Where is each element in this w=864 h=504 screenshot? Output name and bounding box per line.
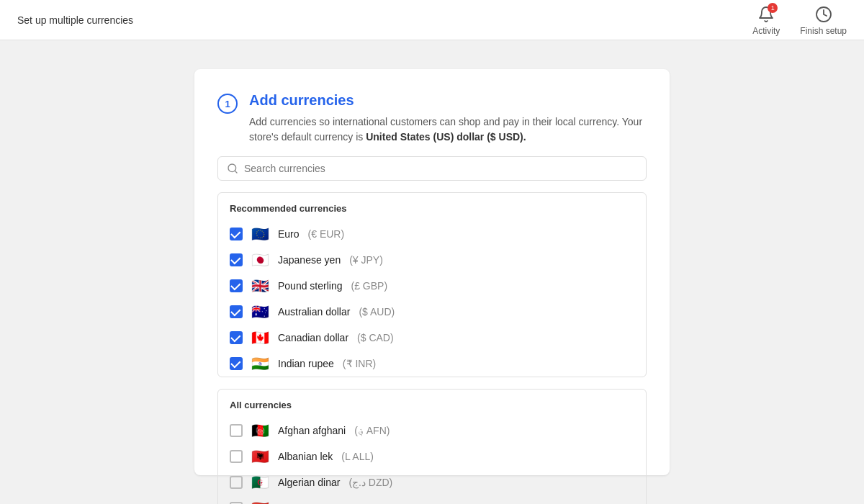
all-currency-item[interactable]: 🇩🇿 Algerian dinar (د.ج DZD) <box>218 469 646 495</box>
activity-icon: 1 <box>756 4 776 24</box>
activity-badge: 1 <box>768 3 778 13</box>
currency-code: (£ GBP) <box>351 280 388 292</box>
currency-name: Afghan afghani <box>278 425 346 436</box>
card-title: Add currencies <box>249 92 647 109</box>
page-title: Set up multiple currencies <box>17 14 133 26</box>
currency-checkbox[interactable] <box>230 331 243 344</box>
recommended-currency-item[interactable]: 🇪🇺 Euro (€ EUR) <box>218 221 646 247</box>
search-container[interactable] <box>217 156 647 181</box>
header-actions: 1 Activity Finish setup <box>752 4 847 36</box>
currency-checkbox[interactable] <box>230 305 243 318</box>
card-description: Add currencies so international customer… <box>249 114 647 145</box>
currency-checkbox[interactable] <box>230 279 243 292</box>
currency-code: ($ AUD) <box>359 306 395 318</box>
finish-setup-label: Finish setup <box>800 26 847 36</box>
currency-checkbox[interactable] <box>230 228 243 240</box>
currency-flag: 🇦🇴 <box>251 501 269 504</box>
recommended-currencies-list: 🇪🇺 Euro (€ EUR) 🇯🇵 Japanese yen (¥ JPY) … <box>218 221 646 377</box>
clock-icon <box>814 4 834 24</box>
all-currencies-list: 🇦🇫 Afghan afghani (؋ AFN) 🇦🇱 Albanian le… <box>218 418 646 504</box>
currency-flag: 🇬🇧 <box>251 279 269 293</box>
recommended-currency-item[interactable]: 🇬🇧 Pound sterling (£ GBP) <box>218 273 646 299</box>
svg-line-2 <box>235 171 237 173</box>
currency-flag: 🇦🇫 <box>251 423 269 438</box>
currency-name: Pound sterling <box>278 280 343 292</box>
currency-flag: 🇯🇵 <box>251 253 269 267</box>
finish-setup-button[interactable]: Finish setup <box>800 4 847 36</box>
currency-name: Australian dollar <box>278 306 350 318</box>
step-badge: 1 <box>217 94 238 114</box>
currency-flag: 🇦🇺 <box>251 305 269 319</box>
currency-code: ($ CAD) <box>357 332 394 343</box>
search-icon <box>227 163 238 174</box>
activity-button[interactable]: 1 Activity <box>752 4 780 36</box>
currency-code: (؋ AFN) <box>354 425 390 436</box>
currency-checkbox[interactable] <box>230 476 243 489</box>
currency-flag: 🇮🇳 <box>251 356 269 371</box>
currency-name: Albanian lek <box>278 451 333 462</box>
recommended-currency-item[interactable]: 🇦🇺 Australian dollar ($ AUD) <box>218 299 646 325</box>
recommended-currency-item[interactable]: 🇨🇦 Canadian dollar ($ CAD) <box>218 325 646 351</box>
all-currency-item[interactable]: 🇦🇱 Albanian lek (L ALL) <box>218 444 646 469</box>
currency-code: (₹ INR) <box>343 358 376 369</box>
currency-code: (د.ج DZD) <box>348 477 392 488</box>
search-input[interactable] <box>244 163 637 174</box>
currency-code: (¥ JPY) <box>349 254 383 266</box>
currency-code: (€ EUR) <box>308 228 345 240</box>
currency-name: Algerian dinar <box>278 477 340 488</box>
activity-label: Activity <box>752 26 780 36</box>
card-header-text: Add currencies Add currencies so interna… <box>249 92 647 145</box>
all-currencies-section: All currencies 🇦🇫 Afghan afghani (؋ AFN)… <box>217 389 647 504</box>
currency-name: Indian rupee <box>278 358 334 369</box>
page-header: Set up multiple currencies 1 Activity Fi… <box>0 0 864 40</box>
main-content: 1 Add currencies Add currencies so inter… <box>0 40 864 504</box>
currency-checkbox[interactable] <box>230 357 243 370</box>
recommended-currency-item[interactable]: 🇮🇳 Indian rupee (₹ INR) <box>218 351 646 377</box>
card-header: 1 Add currencies Add currencies so inter… <box>217 92 647 145</box>
currency-flag: 🇩🇿 <box>251 475 269 490</box>
all-currency-item[interactable]: 🇦🇴 Angolan kwanza (Kz AOA) <box>218 495 646 504</box>
recommended-currency-item[interactable]: 🇯🇵 Japanese yen (¥ JPY) <box>218 247 646 273</box>
currency-flag: 🇪🇺 <box>251 227 269 241</box>
currency-flag: 🇦🇱 <box>251 449 269 464</box>
currency-name: Japanese yen <box>278 254 341 266</box>
currency-flag: 🇨🇦 <box>251 330 269 345</box>
currency-checkbox[interactable] <box>230 253 243 266</box>
setup-card: 1 Add currencies Add currencies so inter… <box>194 69 670 475</box>
recommended-currencies-section: Recommended currencies 🇪🇺 Euro (€ EUR) 🇯… <box>217 192 647 377</box>
currency-name: Canadian dollar <box>278 332 348 343</box>
all-currency-item[interactable]: 🇦🇫 Afghan afghani (؋ AFN) <box>218 418 646 444</box>
currency-code: (L ALL) <box>341 451 374 462</box>
all-section-label: All currencies <box>218 390 646 418</box>
currency-checkbox[interactable] <box>230 424 243 437</box>
currency-name: Euro <box>278 228 300 240</box>
currency-checkbox[interactable] <box>230 450 243 463</box>
recommended-section-label: Recommended currencies <box>218 193 646 221</box>
